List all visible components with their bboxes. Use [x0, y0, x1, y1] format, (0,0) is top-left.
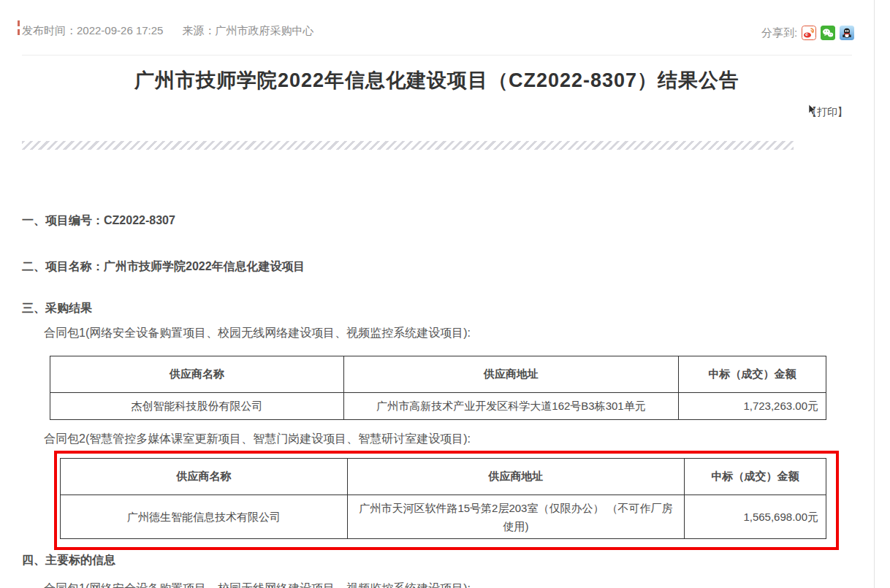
hatched-divider — [22, 141, 794, 150]
meta-bar: 发布时间：2022-09-26 17:25 来源：广州市政府采购中心 — [22, 24, 313, 38]
package2-result-table: 供应商名称 供应商地址 中标（成交）金额 广州德生智能信息技术有限公司 广州市天… — [60, 458, 826, 539]
publish-time-label: 发布时间： — [22, 24, 77, 37]
announcement-page: 发布时间：2022-09-26 17:25 来源：广州市政府采购中心 分享到: — [0, 0, 890, 588]
section-project-name: 二、项目名称：广州市技师学院2022年信息化建设项目 — [22, 259, 305, 275]
col-header-supplier-address: 供应商地址 — [344, 356, 679, 393]
col-header-award-amount: 中标（成交）金额 — [679, 356, 826, 393]
award-amount-cell: 1,723,263.00元 — [679, 393, 826, 420]
page-title: 广州市技师学院2022年信息化建设项目（CZ2022-8307）结果公告 — [0, 67, 874, 93]
section-procurement-result: 三、采购结果 — [22, 301, 92, 316]
publish-time-value: 2022-09-26 17:25 — [77, 24, 163, 37]
supplier-address-cell: 广州市高新技术产业开发区科学大道162号B3栋301单元 — [344, 393, 679, 420]
red-highlight-box: 供应商名称 供应商地址 中标（成交）金额 广州德生智能信息技术有限公司 广州市天… — [54, 451, 839, 550]
table-row: 杰创智能科技股份有限公司 广州市高新技术产业开发区科学大道162号B3栋301单… — [50, 393, 826, 420]
col-header-supplier-name: 供应商名称 — [50, 356, 344, 393]
supplier-address-cell: 广州市天河区软件路15号第2层203室（仅限办公） （不可作厂房使用) — [348, 495, 685, 539]
section-project-number: 一、项目编号：CZ2022-8307 — [22, 213, 175, 229]
share-bar: 分享到: — [761, 26, 854, 40]
red-annotation-mark — [18, 20, 20, 26]
page-right-divider — [874, 0, 875, 588]
table-row: 广州德生智能信息技术有限公司 广州市天河区软件路15号第2层203室（仅限办公）… — [61, 495, 826, 539]
share-label: 分享到: — [761, 26, 797, 40]
table-header-row: 供应商名称 供应商地址 中标（成交）金额 — [50, 356, 826, 393]
supplier-name-cell: 广州德生智能信息技术有限公司 — [61, 495, 348, 539]
package1-label: 合同包1(网络安全设备购置项目、校园无线网络建设项目、视频监控系统建设项目): — [44, 326, 471, 341]
package2-label: 合同包2(智慧管控多媒体课室更新项目、智慧门岗建设项目、智慧研讨室建设项目): — [44, 432, 471, 447]
source: 来源：广州市政府采购中心 — [182, 24, 313, 38]
weibo-share-icon[interactable] — [802, 26, 816, 40]
source-value: 广州市政府采购中心 — [215, 24, 313, 37]
publish-time: 发布时间：2022-09-26 17:25 — [22, 24, 163, 38]
section-main-subject-info: 四、主要标的信息 — [22, 553, 115, 568]
col-header-supplier-address: 供应商地址 — [348, 459, 685, 495]
col-header-supplier-name: 供应商名称 — [61, 459, 348, 495]
clipped-package-label: 合同包1(网络安全设备购置项目、校园无线网络建设项目、视频监控系统建设项目): — [44, 581, 471, 588]
mouse-cursor-icon — [808, 104, 816, 115]
package1-result-table: 供应商名称 供应商地址 中标（成交）金额 杰创智能科技股份有限公司 广州市高新技… — [50, 356, 826, 420]
table-header-row: 供应商名称 供应商地址 中标（成交）金额 — [61, 459, 826, 495]
supplier-name-cell: 杰创智能科技股份有限公司 — [50, 393, 344, 420]
meta-bar-divider — [22, 55, 852, 56]
award-amount-cell: 1,565,698.00元 — [685, 495, 826, 539]
red-annotation-mark — [18, 29, 20, 35]
col-header-award-amount: 中标（成交）金额 — [685, 459, 826, 495]
wechat-share-icon[interactable] — [821, 26, 835, 40]
source-label: 来源： — [182, 24, 215, 37]
qq-share-icon[interactable] — [840, 26, 854, 40]
